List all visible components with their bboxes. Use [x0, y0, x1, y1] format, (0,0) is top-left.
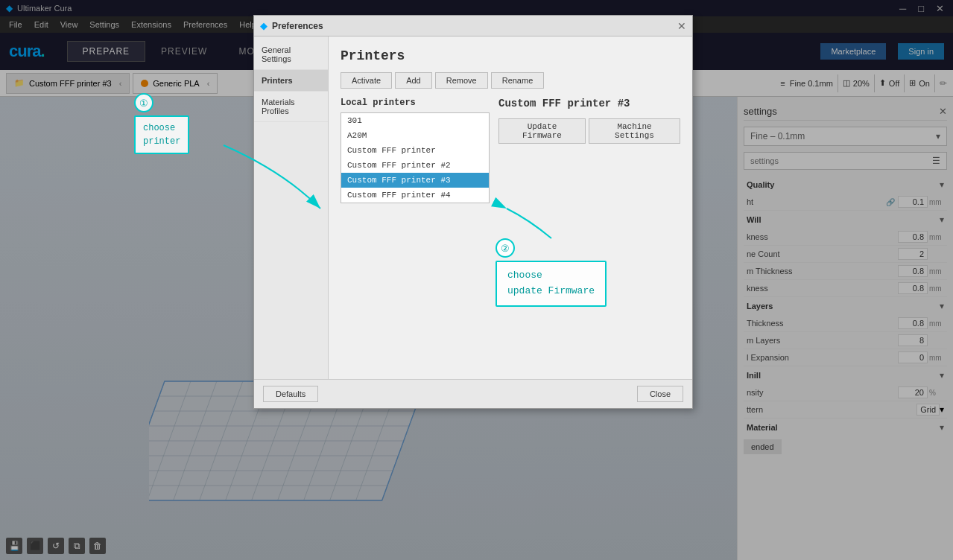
printer-item-custom-fff[interactable]: Custom FFF printer	[341, 143, 489, 158]
printer-item-custom-fff2[interactable]: Custom FFF printer #2	[341, 158, 489, 173]
local-printers-label: Local printers	[341, 98, 490, 108]
printer-item-custom-fff3[interactable]: Custom FFF printer #3	[341, 173, 489, 188]
printer-detail: Custom FFF printer #3 Update Firmware Ma…	[498, 98, 680, 203]
dialog-bottom: Defaults Close	[254, 379, 692, 408]
add-button[interactable]: Add	[395, 72, 432, 89]
dialog-title: Preferences	[272, 21, 677, 31]
sidebar-item-general[interactable]: GeneralSettings	[254, 39, 328, 70]
dialog-main-content: Printers Activate Add Remove Rename Loca…	[329, 36, 692, 379]
dialog-titlebar: ◆ Preferences ✕	[254, 16, 692, 36]
update-firmware-button[interactable]: Update Firmware	[498, 118, 586, 144]
dialog-body: GeneralSettings Printers MaterialsProfil…	[254, 36, 692, 379]
dialog-sidebar: GeneralSettings Printers MaterialsProfil…	[254, 36, 329, 379]
callout-1-text: chooseprinter	[134, 115, 189, 154]
printer-item-custom-fff4[interactable]: Custom FFF printer #4	[341, 188, 489, 203]
machine-settings-button[interactable]: Machine Settings	[589, 118, 680, 144]
defaults-button[interactable]: Defaults	[263, 386, 318, 402]
callout-1: ① chooseprinter	[134, 93, 189, 154]
printer-detail-buttons: Update Firmware Machine Settings	[498, 118, 680, 144]
selected-printer-name: Custom FFF printer #3	[498, 98, 680, 109]
callout-2-text: chooseupdate Firmware	[496, 261, 607, 307]
callout-1-number: ①	[134, 93, 153, 112]
printers-list: 301 A20M Custom FFF printer Custom FFF p…	[341, 112, 490, 203]
printers-layout: Local printers 301 A20M Custom FFF print…	[341, 98, 680, 203]
preferences-dialog: ◆ Preferences ✕ GeneralSettings Printers…	[253, 15, 693, 409]
sidebar-item-printers[interactable]: Printers	[254, 70, 328, 92]
printer-item-a20m[interactable]: A20M	[341, 128, 489, 143]
activate-button[interactable]: Activate	[341, 72, 392, 89]
rename-button[interactable]: Rename	[491, 72, 545, 89]
callout-2-number: ②	[496, 238, 515, 258]
printer-item-301[interactable]: 301	[341, 113, 489, 128]
callout-2: ② chooseupdate Firmware	[496, 238, 607, 307]
sidebar-item-materials[interactable]: MaterialsProfiles	[254, 92, 328, 122]
remove-button[interactable]: Remove	[435, 72, 488, 89]
dialog-icon: ◆	[260, 20, 267, 31]
dialog-close-button[interactable]: ✕	[677, 20, 686, 32]
close-dialog-button[interactable]: Close	[637, 386, 683, 402]
dialog-action-buttons: Activate Add Remove Rename	[341, 72, 680, 89]
dialog-section-title: Printers	[341, 48, 680, 63]
